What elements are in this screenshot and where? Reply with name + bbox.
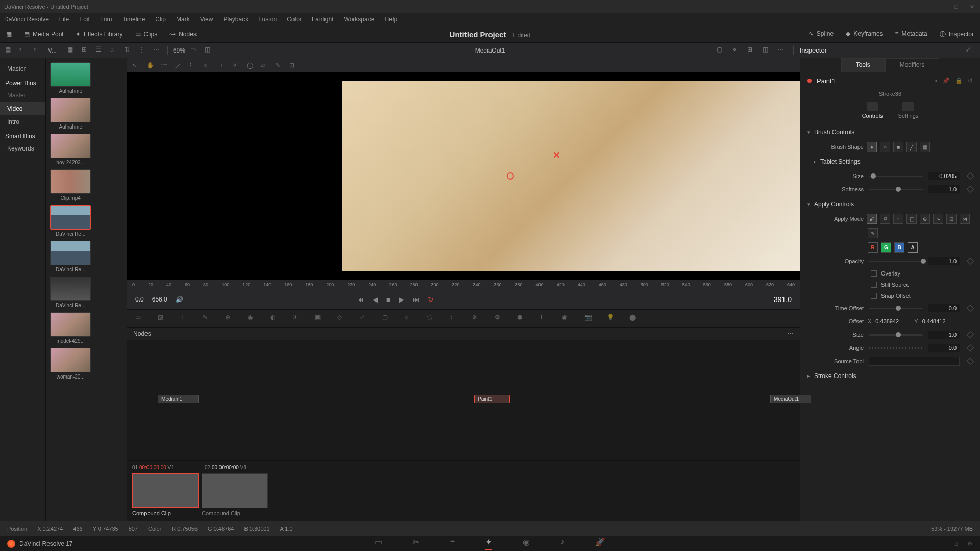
tab-tools[interactable]: Tools <box>841 58 885 72</box>
clip-item[interactable]: Aufnahme <box>50 98 91 130</box>
keyframes-btn[interactable]: ◆Keyframes <box>840 30 889 37</box>
first-frame[interactable]: ⏮ <box>357 295 364 304</box>
menu-timeline[interactable]: Timeline <box>122 16 145 23</box>
render3d[interactable]: ⬤ <box>629 314 639 323</box>
particles[interactable]: ❋ <box>472 314 481 323</box>
prender[interactable]: ⚙ <box>495 314 504 323</box>
offset-y[interactable]: 0.448412 <box>922 318 957 324</box>
menu-workspace[interactable]: Workspace <box>344 16 375 23</box>
colorcorr-tool[interactable]: ◐ <box>270 314 279 323</box>
expand-icon[interactable]: ⤢ <box>966 46 975 55</box>
chan-b[interactable]: B <box>894 242 904 253</box>
chan-g[interactable]: G <box>881 242 891 253</box>
mask-bspline[interactable]: ⌇ <box>450 314 459 323</box>
blur-tool[interactable]: ◉ <box>248 314 257 323</box>
step-back[interactable]: ◀ <box>373 295 378 304</box>
opacity-kf[interactable] <box>967 258 974 265</box>
viewer[interactable]: ✕ <box>127 72 800 280</box>
angle-value[interactable]: 0.0 <box>928 344 960 352</box>
menu-icon[interactable]: ⋯ <box>778 46 787 55</box>
page-edit[interactable]: ≡ <box>450 537 455 550</box>
more-icon[interactable]: ⋯ <box>153 46 162 55</box>
home-icon[interactable]: ⌂ <box>954 540 958 547</box>
shape3d[interactable]: ◉ <box>562 314 571 323</box>
nodes-panel[interactable]: Nodes ⋯ MediaIn1Paint1MediaOut1 <box>127 328 800 460</box>
menu-playback[interactable]: Playback <box>223 16 248 23</box>
node-paint1[interactable]: Paint1 <box>474 395 510 403</box>
time-offset-value[interactable]: 0.0 <box>928 304 960 312</box>
clip-item[interactable]: Aufnahme <box>50 62 91 94</box>
view-list[interactable]: ☰ <box>96 46 105 55</box>
still-check[interactable] <box>871 282 877 288</box>
tracker-tool[interactable]: ⊕ <box>225 314 234 323</box>
brightness-tool[interactable]: ☀ <box>292 314 302 323</box>
bg-tool[interactable]: ▭ <box>135 314 144 323</box>
paint-tool[interactable]: 〰 <box>161 62 168 69</box>
rect-tool[interactable]: □ <box>218 62 225 69</box>
mode-color[interactable]: 🖌 <box>867 214 877 224</box>
chan-a[interactable]: A <box>908 242 918 253</box>
nodes-toolbar-btn[interactable]: ⊶Nodes <box>163 26 203 42</box>
snap-check[interactable] <box>871 293 877 299</box>
resize-tool[interactable]: ⤢ <box>360 314 369 323</box>
view-grid[interactable]: ⊞ <box>82 46 91 55</box>
single-view[interactable]: ▢ <box>717 46 726 55</box>
mode-stamp[interactable]: ⊡ <box>946 214 957 224</box>
loop-btn[interactable]: ↻ <box>428 295 434 304</box>
node-mediain1[interactable]: MediaIn1 <box>158 395 199 403</box>
brush-controls-header[interactable]: Brush Controls <box>800 124 980 140</box>
subtab-controls[interactable]: Controls <box>862 102 883 119</box>
time-offset-slider[interactable] <box>869 308 923 309</box>
menu-clip[interactable]: Clip <box>155 16 166 23</box>
smart-bins-header[interactable]: Smart Bins <box>0 129 45 142</box>
stroke-controls-header[interactable]: Stroke Controls <box>800 368 980 384</box>
minimize-btn[interactable]: − <box>939 4 945 10</box>
page-media[interactable]: ▭ <box>375 537 382 550</box>
menu-edit[interactable]: Edit <box>79 16 90 23</box>
reset-icon[interactable]: ↺ <box>968 77 973 84</box>
paint-marker-x[interactable]: ✕ <box>553 149 560 161</box>
grid-icon[interactable]: ⊞ <box>747 46 756 55</box>
bin-crumb[interactable]: V... <box>48 47 57 54</box>
powerbin-master[interactable]: Master <box>0 89 45 102</box>
stop-btn[interactable]: ■ <box>386 295 390 304</box>
tablet-settings-header[interactable]: Tablet Settings <box>800 154 980 169</box>
audio-icon[interactable]: 🔊 <box>176 296 183 303</box>
pin-icon[interactable]: 📌 <box>942 77 950 84</box>
brush-custom[interactable]: ▦ <box>920 142 930 152</box>
size-value[interactable]: 0.0205 <box>928 172 960 180</box>
strip-thumb[interactable] <box>202 473 268 508</box>
light3d[interactable]: 💡 <box>607 314 616 323</box>
menu-color[interactable]: Color <box>287 16 302 23</box>
node-mediaout1[interactable]: MediaOut1 <box>770 395 811 403</box>
source-tool-field[interactable] <box>869 357 960 366</box>
apply-controls-header[interactable]: Apply Controls <box>800 196 980 212</box>
strip-thumb[interactable] <box>132 473 199 508</box>
app-menu[interactable]: DaVinci Resolve <box>4 16 49 23</box>
filter-icon[interactable]: ⋮ <box>139 46 148 55</box>
clips-btn[interactable]: ▭Clips <box>129 26 164 42</box>
bezier-tool[interactable]: ⌇ <box>189 62 197 69</box>
mode-extra[interactable]: ✎ <box>868 228 878 238</box>
sort-icon[interactable]: ⇅ <box>125 46 134 55</box>
mask-rect[interactable]: ▢ <box>382 314 391 323</box>
zoom-level[interactable]: 69% <box>173 47 185 54</box>
menu-file[interactable]: File <box>59 16 69 23</box>
media-pool-btn[interactable]: ▤Media Pool <box>18 26 69 42</box>
dual-icon[interactable]: ◫ <box>205 46 214 55</box>
tab-modifiers[interactable]: Modifiers <box>885 58 940 72</box>
size-kf[interactable] <box>967 172 974 180</box>
picker-tool[interactable]: ✎ <box>275 62 282 69</box>
node-connection[interactable] <box>510 399 770 399</box>
wand-tool[interactable]: ✧ <box>232 62 239 69</box>
nodes-menu[interactable]: ⋯ <box>788 330 794 337</box>
metadata-btn[interactable]: ≡Metadata <box>889 30 934 37</box>
apply-size-slider[interactable] <box>869 334 923 336</box>
clip-item[interactable]: Clip.mp4 <box>50 169 91 201</box>
brush-circle[interactable]: ○ <box>880 142 890 152</box>
angle-kf[interactable] <box>967 344 974 352</box>
brush-square[interactable]: ■ <box>893 142 903 152</box>
play-btn[interactable]: ▶ <box>399 295 404 304</box>
page-color[interactable]: ◉ <box>523 537 530 550</box>
paint-fx[interactable]: ✎ <box>203 314 212 323</box>
